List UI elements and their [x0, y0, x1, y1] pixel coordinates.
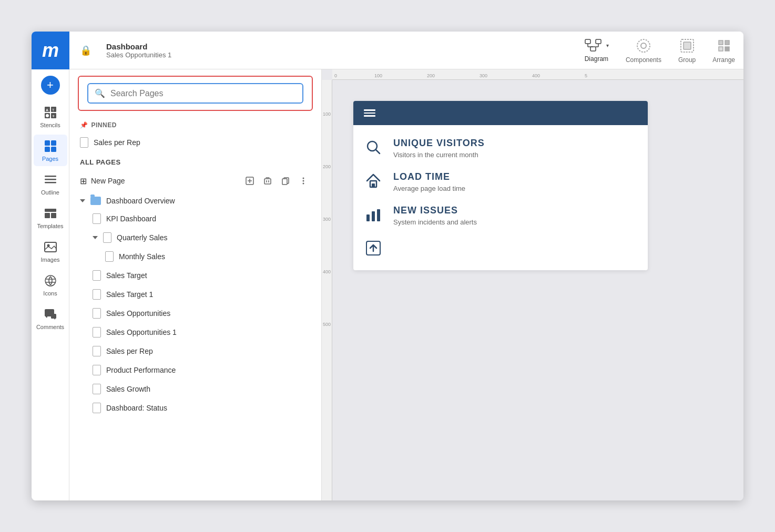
- canvas-area[interactable]: 0 100 200 300 400 5 100 200 300 400 500: [322, 69, 743, 500]
- images-label: Images: [40, 257, 59, 263]
- copy-page-button[interactable]: [278, 173, 293, 188]
- search-area: 🔍: [78, 76, 313, 111]
- arrange-button[interactable]: Arrange: [712, 37, 735, 64]
- svg-point-48: [303, 183, 304, 185]
- stencils-icon: A T +: [43, 105, 58, 120]
- sidebar-item-pages[interactable]: Pages: [34, 135, 67, 166]
- svg-line-50: [376, 150, 380, 154]
- list-item[interactable]: Sales Target: [69, 266, 321, 285]
- page-icon: [80, 137, 88, 148]
- toolbar-right-group: ▾ Diagram Components: [584, 37, 735, 64]
- list-item[interactable]: Product Performance: [69, 361, 321, 380]
- delete-page-button[interactable]: [260, 173, 275, 188]
- svg-rect-25: [45, 147, 50, 152]
- diagram-dropdown-arrow[interactable]: ▾: [606, 43, 609, 48]
- page-name: Quarterly Sales: [117, 233, 167, 242]
- list-item[interactable]: Dashboard Overview: [69, 192, 321, 209]
- dashboard-body: UNIQUE VISITORS Visitors in the current …: [353, 125, 648, 270]
- hamburger-icon: [364, 109, 375, 117]
- ruler-mark-v-200: 200: [323, 164, 331, 169]
- icons-icon: [43, 273, 58, 288]
- ruler-mark-200: 200: [427, 73, 435, 78]
- hamburger-line-1: [364, 109, 375, 111]
- pinned-page-sales-per-rep[interactable]: Sales per Rep: [69, 133, 321, 152]
- unique-visitors-text: UNIQUE VISITORS Visitors in the current …: [393, 138, 485, 159]
- ruler-mark-500: 5: [585, 73, 587, 78]
- svg-rect-45: [282, 179, 287, 185]
- doc-info: Dashboard Sales Opportunities 1: [106, 42, 171, 59]
- page-name: Sales Opportunities: [106, 309, 170, 318]
- list-item[interactable]: Sales per Rep: [69, 342, 321, 361]
- comments-label: Comments: [36, 324, 64, 330]
- comments-icon: [43, 307, 58, 322]
- doc-subtitle: Sales Opportunities 1: [106, 51, 171, 59]
- svg-rect-14: [725, 47, 729, 51]
- ruler-mark-v-300: 300: [323, 217, 331, 222]
- sidebar-item-images[interactable]: Images: [34, 236, 67, 267]
- canvas-content[interactable]: UNIQUE VISITORS Visitors in the current …: [332, 80, 743, 500]
- svg-text:A: A: [46, 108, 48, 112]
- icons-label: Icons: [43, 290, 57, 296]
- load-time-title: LOAD TIME: [393, 171, 465, 182]
- list-item[interactable]: KPI Dashboard: [69, 209, 321, 228]
- svg-rect-26: [51, 147, 56, 152]
- svg-rect-28: [45, 179, 56, 180]
- search-input-wrapper[interactable]: 🔍: [87, 83, 303, 104]
- metric-upload: [364, 239, 637, 258]
- page-icon: [93, 270, 101, 281]
- page-name: Monthly Sales: [119, 252, 165, 261]
- list-item[interactable]: Sales Growth: [69, 380, 321, 398]
- page-name: Sales per Rep: [106, 347, 153, 355]
- new-issues-title: NEW ISSUES: [393, 205, 477, 216]
- page-name: Product Performance: [106, 366, 176, 374]
- metric-new-issues: NEW ISSUES System incidents and alerts: [364, 205, 637, 226]
- diagram-button[interactable]: ▾ Diagram: [584, 38, 609, 63]
- unique-visitors-title: UNIQUE VISITORS: [393, 138, 485, 149]
- arrange-label: Arrange: [712, 56, 735, 64]
- new-page-row[interactable]: ⊞ New Page: [69, 169, 321, 192]
- home-metric-icon: [364, 171, 383, 190]
- list-item[interactable]: Sales Opportunities: [69, 304, 321, 323]
- new-issues-subtitle: System incidents and alerts: [393, 218, 477, 226]
- new-issues-text: NEW ISSUES System incidents and alerts: [393, 205, 477, 226]
- sidebar-item-stencils[interactable]: A T + Stencils: [34, 101, 67, 132]
- pages-panel: 🔍 📌 PINNED Sales per Rep ALL PAGES: [69, 69, 322, 500]
- hamburger-line-3: [364, 115, 375, 117]
- hamburger-line-2: [364, 112, 375, 114]
- page-name: KPI Dashboard: [106, 214, 156, 223]
- list-item[interactable]: Dashboard: Status: [69, 398, 321, 417]
- page-name: Sales Target: [106, 271, 147, 280]
- group-icon: [679, 37, 696, 54]
- components-button[interactable]: Components: [626, 37, 661, 64]
- new-page-label: New Page: [91, 177, 238, 185]
- new-page-actions: [242, 173, 311, 188]
- list-item[interactable]: Sales Opportunities 1: [69, 323, 321, 342]
- unique-visitors-subtitle: Visitors in the current month: [393, 151, 485, 159]
- list-item[interactable]: Monthly Sales: [69, 247, 321, 266]
- group-button[interactable]: Group: [678, 37, 696, 64]
- search-metric-icon: [364, 138, 383, 157]
- page-icon: [93, 384, 101, 394]
- svg-rect-55: [377, 209, 380, 221]
- page-name: Dashboard: Status: [106, 404, 167, 412]
- dashboard-header: [353, 101, 648, 125]
- add-button[interactable]: +: [41, 76, 60, 95]
- ruler-mark-v-400: 400: [323, 269, 331, 274]
- logo-text: m: [42, 39, 59, 62]
- page-name: Sales Growth: [106, 385, 150, 393]
- load-time-text: LOAD TIME Average page load time: [393, 171, 465, 192]
- svg-rect-10: [684, 42, 691, 49]
- add-page-button[interactable]: [242, 173, 257, 188]
- chart-metric-icon: [364, 205, 383, 224]
- sidebar-item-outline[interactable]: Outline: [34, 168, 67, 200]
- search-input[interactable]: [110, 89, 296, 98]
- svg-point-7: [637, 39, 650, 52]
- list-item[interactable]: Sales Target 1: [69, 285, 321, 304]
- sidebar-item-comments[interactable]: Comments: [34, 303, 67, 334]
- svg-rect-27: [45, 176, 56, 177]
- metric-load-time: LOAD TIME Average page load time: [364, 171, 637, 192]
- list-item[interactable]: Quarterly Sales: [69, 228, 321, 247]
- more-options-button[interactable]: [296, 173, 311, 188]
- sidebar-item-templates[interactable]: Templates: [34, 202, 67, 233]
- sidebar-item-icons[interactable]: Icons: [34, 269, 67, 301]
